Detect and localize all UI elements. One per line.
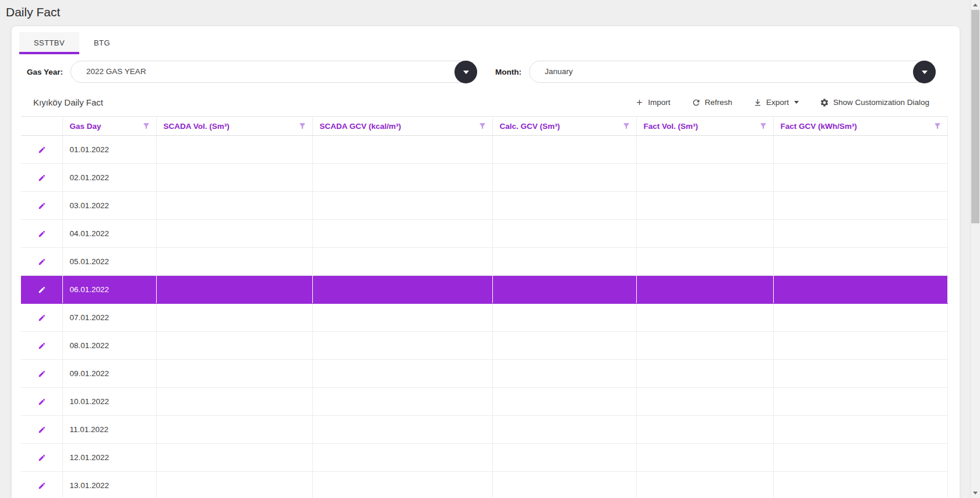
export-button[interactable]: Export: [753, 98, 799, 107]
calc-gcv-cell: [492, 164, 636, 192]
gas-year-dropdown-button[interactable]: [454, 61, 477, 83]
edit-button[interactable]: [34, 254, 50, 270]
column-header-fact-vol[interactable]: Fact Vol. (Sm³): [636, 117, 773, 136]
table-row[interactable]: 01.01.2022: [21, 136, 948, 164]
scada-vol-cell: [156, 444, 312, 472]
fact-gcv-cell: [773, 164, 948, 192]
download-icon: [753, 98, 762, 107]
month-dropdown-button[interactable]: [913, 61, 936, 83]
table-row[interactable]: 12.01.2022: [21, 444, 948, 472]
scada-gcv-cell: [312, 220, 492, 248]
fact-vol-cell: [636, 304, 773, 332]
column-header-edit: [21, 117, 62, 136]
edit-button[interactable]: [34, 282, 50, 298]
scada-vol-cell: [156, 136, 312, 164]
tab-ssttbv[interactable]: SSTTBV: [19, 32, 79, 54]
scrollbar[interactable]: [970, 0, 980, 498]
fact-vol-cell: [636, 332, 773, 360]
edit-button[interactable]: [34, 450, 50, 466]
edit-cell: [21, 416, 62, 444]
scada-gcv-cell: [312, 136, 492, 164]
scroll-down-button[interactable]: [971, 488, 980, 498]
tab-btg[interactable]: BTG: [79, 32, 125, 54]
column-header-fact-gcv[interactable]: Fact GCV (kWh/Sm³): [773, 117, 948, 136]
edit-button[interactable]: [34, 226, 50, 242]
customize-label: Show Customization Dialog: [833, 98, 929, 107]
fact-vol-cell: [636, 220, 773, 248]
triangle-down-icon: [973, 492, 978, 495]
edit-cell: [21, 360, 62, 388]
table-row[interactable]: 08.01.2022: [21, 332, 948, 360]
chevron-down-icon: [463, 71, 469, 74]
edit-button[interactable]: [34, 142, 50, 158]
scroll-up-button[interactable]: [971, 0, 980, 10]
fact-gcv-cell: [773, 248, 948, 276]
scada-gcv-cell: [312, 416, 492, 444]
edit-button[interactable]: [34, 366, 50, 382]
edit-button[interactable]: [34, 394, 50, 410]
gas-year-select[interactable]: 2022 GAS YEAR: [70, 61, 477, 83]
edit-cell: [21, 444, 62, 472]
scada-vol-cell: [156, 304, 312, 332]
column-label: Gas Day: [70, 122, 101, 131]
import-button[interactable]: Import: [635, 98, 670, 107]
fact-gcv-cell: [773, 388, 948, 416]
gas-day-cell: 02.01.2022: [62, 164, 156, 192]
filter-funnel-icon[interactable]: [142, 122, 150, 130]
column-header-scada-vol[interactable]: SCADA Vol. (Sm³): [156, 117, 312, 136]
table-row[interactable]: 02.01.2022: [21, 164, 948, 192]
fact-gcv-cell: [773, 360, 948, 388]
table-row[interactable]: 03.01.2022: [21, 192, 948, 220]
refresh-button[interactable]: Refresh: [692, 98, 732, 107]
column-header-calc-gcv[interactable]: Calc. GCV (Sm³): [492, 117, 636, 136]
fact-vol-cell: [636, 472, 773, 498]
table-row[interactable]: 07.01.2022: [21, 304, 948, 332]
edit-cell: [21, 388, 62, 416]
gas-day-cell: 12.01.2022: [62, 444, 156, 472]
scada-vol-cell: [156, 220, 312, 248]
table-row[interactable]: 05.01.2022: [21, 248, 948, 276]
month-select[interactable]: January: [529, 61, 936, 83]
filter-funnel-icon[interactable]: [933, 122, 942, 130]
calc-gcv-cell: [492, 388, 636, 416]
gas-day-cell: 09.01.2022: [62, 360, 156, 388]
table-row[interactable]: 11.01.2022: [21, 416, 948, 444]
fact-gcv-cell: [773, 220, 948, 248]
filter-funnel-icon[interactable]: [759, 122, 767, 130]
edit-button[interactable]: [34, 170, 50, 186]
edit-button[interactable]: [34, 310, 50, 326]
column-label: Fact GCV (kWh/Sm³): [781, 122, 857, 131]
column-header-scada-gcv[interactable]: SCADA GCV (kcal/m³): [312, 117, 492, 136]
grid-header-row: Kıyıköy Daily Fact Import Refresh Export…: [12, 83, 960, 116]
filter-funnel-icon[interactable]: [478, 122, 487, 130]
fact-vol-cell: [636, 276, 773, 304]
edit-button[interactable]: [34, 478, 50, 494]
daily-fact-panel: SSTTBV BTG Gas Year: 2022 GAS YEAR Month…: [12, 26, 960, 498]
table-row[interactable]: 09.01.2022: [21, 360, 948, 388]
column-header-gas-day[interactable]: Gas Day: [62, 117, 156, 136]
scrollbar-thumb[interactable]: [971, 10, 979, 223]
chevron-down-icon: [922, 71, 928, 74]
calc-gcv-cell: [492, 472, 636, 498]
table-row[interactable]: 10.01.2022: [21, 388, 948, 416]
filter-funnel-icon[interactable]: [622, 122, 630, 130]
fact-gcv-cell: [773, 416, 948, 444]
edit-button[interactable]: [34, 198, 50, 214]
calc-gcv-cell: [492, 248, 636, 276]
month-value: January: [530, 61, 935, 82]
triangle-up-icon: [973, 3, 978, 6]
filter-funnel-icon[interactable]: [298, 122, 306, 130]
table-row[interactable]: 13.01.2022: [21, 472, 948, 498]
table-row[interactable]: 04.01.2022: [21, 220, 948, 248]
gas-day-cell: 13.01.2022: [62, 472, 156, 498]
edit-button[interactable]: [34, 422, 50, 438]
show-customization-dialog-button[interactable]: Show Customization Dialog: [820, 98, 929, 107]
pencil-icon: [38, 426, 46, 434]
table-row[interactable]: 06.01.2022: [21, 276, 948, 304]
pencil-icon: [38, 146, 46, 154]
table-header-row: Gas Day SCADA Vol. (Sm³) SCADA GCV (kcal…: [21, 117, 948, 136]
pencil-icon: [38, 370, 46, 378]
edit-cell: [21, 164, 62, 192]
gas-day-cell: 06.01.2022: [62, 276, 156, 304]
edit-button[interactable]: [34, 338, 50, 354]
